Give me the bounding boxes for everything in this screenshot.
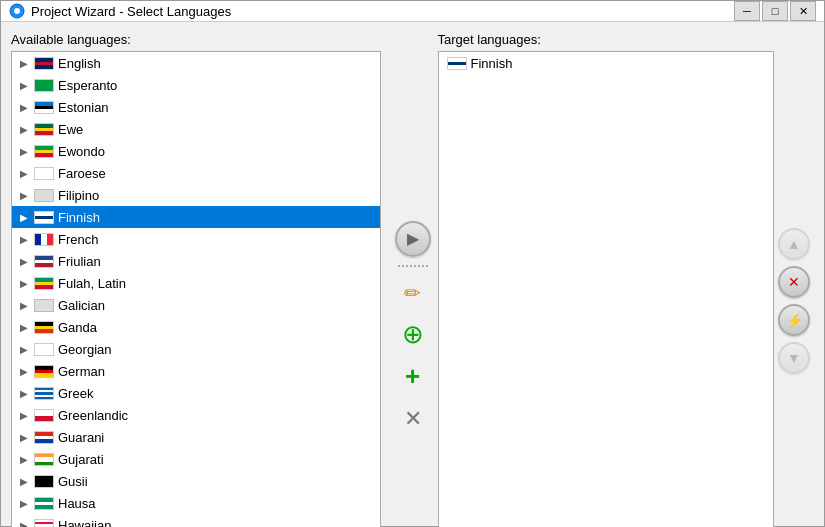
lang-name: Gujarati <box>58 452 104 467</box>
flag-icon <box>34 145 54 158</box>
list-item[interactable]: ▶French <box>12 228 380 250</box>
window-title: Project Wizard - Select Languages <box>31 4 728 19</box>
list-item[interactable]: ▶Ewe <box>12 118 380 140</box>
close-button[interactable]: ✕ <box>790 1 816 21</box>
list-item[interactable]: ▶Faroese <box>12 162 380 184</box>
expand-arrow-icon: ▶ <box>20 58 30 69</box>
flag-icon <box>34 497 54 510</box>
list-item[interactable]: ▶Greenlandic <box>12 404 380 426</box>
expand-arrow-icon: ▶ <box>20 190 30 201</box>
flag-icon <box>34 189 54 202</box>
list-item[interactable]: ▶Gujarati <box>12 448 380 470</box>
target-list-item[interactable]: Finnish <box>439 52 774 74</box>
lang-name: Gusii <box>58 474 88 489</box>
list-item[interactable]: ▶Guarani <box>12 426 380 448</box>
list-item[interactable]: ▶Georgian <box>12 338 380 360</box>
list-item[interactable]: ▶Esperanto <box>12 74 380 96</box>
flag-icon <box>34 431 54 444</box>
lang-name: Ewondo <box>58 144 105 159</box>
expand-arrow-icon: ▶ <box>20 80 30 91</box>
flag-icon <box>34 343 54 356</box>
lang-name: Finnish <box>471 56 513 71</box>
flag-icon <box>34 519 54 528</box>
lightning-button[interactable]: ⚡ <box>778 304 810 336</box>
lang-name: Hausa <box>58 496 96 511</box>
lang-name: Greek <box>58 386 93 401</box>
list-item[interactable]: ▶Filipino <box>12 184 380 206</box>
expand-arrow-icon: ▶ <box>20 212 30 223</box>
list-item[interactable]: ▶Friulian <box>12 250 380 272</box>
flag-icon <box>34 255 54 268</box>
flag-icon <box>34 453 54 466</box>
add-one-button[interactable]: ⊕ <box>395 317 431 353</box>
lang-name: English <box>58 56 101 71</box>
lang-name: Hawaiian <box>58 518 111 528</box>
list-item[interactable]: ▶Ewondo <box>12 140 380 162</box>
expand-arrow-icon: ▶ <box>20 410 30 421</box>
target-panel-row: Finnish ▲ ✕ ⚡ ▼ <box>438 51 815 527</box>
target-languages-list-container[interactable]: Finnish <box>438 51 775 527</box>
lang-name: Guarani <box>58 430 104 445</box>
expand-arrow-icon: ▶ <box>20 322 30 333</box>
window-controls: ─ □ ✕ <box>734 1 816 21</box>
expand-arrow-icon: ▶ <box>20 300 30 311</box>
list-item[interactable]: ▶Hawaiian <box>12 514 380 527</box>
flag-icon <box>34 167 54 180</box>
remove-target-button[interactable]: ✕ <box>778 266 810 298</box>
add-all-button[interactable]: + <box>395 359 431 395</box>
minimize-button[interactable]: ─ <box>734 1 760 21</box>
expand-arrow-icon: ▶ <box>20 344 30 355</box>
target-languages-panel: Target languages: Finnish ▲ ✕ ⚡ ▼ Origin… <box>438 32 815 527</box>
lang-name: French <box>58 232 98 247</box>
flag-icon <box>34 101 54 114</box>
expand-arrow-icon: ▶ <box>20 146 30 157</box>
lang-name: Ewe <box>58 122 83 137</box>
expand-arrow-icon: ▶ <box>20 256 30 267</box>
available-languages-scroll[interactable]: ▶English▶Esperanto▶Estonian▶Ewe▶Ewondo▶F… <box>12 52 380 527</box>
edit-button[interactable]: ✏ <box>395 275 431 311</box>
list-item[interactable]: ▶Gusii <box>12 470 380 492</box>
list-item[interactable]: ▶Fulah, Latin <box>12 272 380 294</box>
expand-arrow-icon: ▶ <box>20 476 30 487</box>
flag-icon <box>34 475 54 488</box>
expand-arrow-icon: ▶ <box>20 366 30 377</box>
list-item[interactable]: ▶Finnish <box>12 206 380 228</box>
lang-name: Estonian <box>58 100 109 115</box>
expand-arrow-icon: ▶ <box>20 278 30 289</box>
maximize-button[interactable]: □ <box>762 1 788 21</box>
flag-icon <box>34 277 54 290</box>
expand-arrow-icon: ▶ <box>20 498 30 509</box>
right-side-buttons: ▲ ✕ ⚡ ▼ <box>774 51 814 527</box>
remove-button[interactable]: ✕ <box>395 401 431 437</box>
main-window: Project Wizard - Select Languages ─ □ ✕ … <box>0 0 825 527</box>
lang-name: Esperanto <box>58 78 117 93</box>
list-item[interactable]: ▶Estonian <box>12 96 380 118</box>
expand-arrow-icon: ▶ <box>20 520 30 528</box>
lang-name: Ganda <box>58 320 97 335</box>
available-languages-list-container: ▶English▶Esperanto▶Estonian▶Ewe▶Ewondo▶F… <box>11 51 381 527</box>
main-content: Available languages: ▶English▶Esperanto▶… <box>1 22 824 527</box>
middle-buttons-panel: ▶ ✏ ⊕ + ✕ <box>388 32 438 527</box>
available-languages-panel: Available languages: ▶English▶Esperanto▶… <box>11 32 388 527</box>
expand-arrow-icon: ▶ <box>20 168 30 179</box>
flag-icon <box>34 79 54 92</box>
move-right-button[interactable]: ▶ <box>395 221 431 257</box>
lang-name: Georgian <box>58 342 111 357</box>
list-item[interactable]: ▶Greek <box>12 382 380 404</box>
expand-arrow-icon: ▶ <box>20 454 30 465</box>
title-bar: Project Wizard - Select Languages ─ □ ✕ <box>1 1 824 22</box>
flag-icon <box>34 365 54 378</box>
svg-point-1 <box>14 8 20 14</box>
lang-name: Greenlandic <box>58 408 128 423</box>
expand-arrow-icon: ▶ <box>20 102 30 113</box>
list-item[interactable]: ▶Hausa <box>12 492 380 514</box>
flag-icon <box>34 233 54 246</box>
list-item[interactable]: ▶English <box>12 52 380 74</box>
move-down-button[interactable]: ▼ <box>778 342 810 374</box>
lang-name: Friulian <box>58 254 101 269</box>
list-item[interactable]: ▶German <box>12 360 380 382</box>
move-up-button[interactable]: ▲ <box>778 228 810 260</box>
list-item[interactable]: ▶Galician <box>12 294 380 316</box>
list-item[interactable]: ▶Ganda <box>12 316 380 338</box>
lang-name: German <box>58 364 105 379</box>
